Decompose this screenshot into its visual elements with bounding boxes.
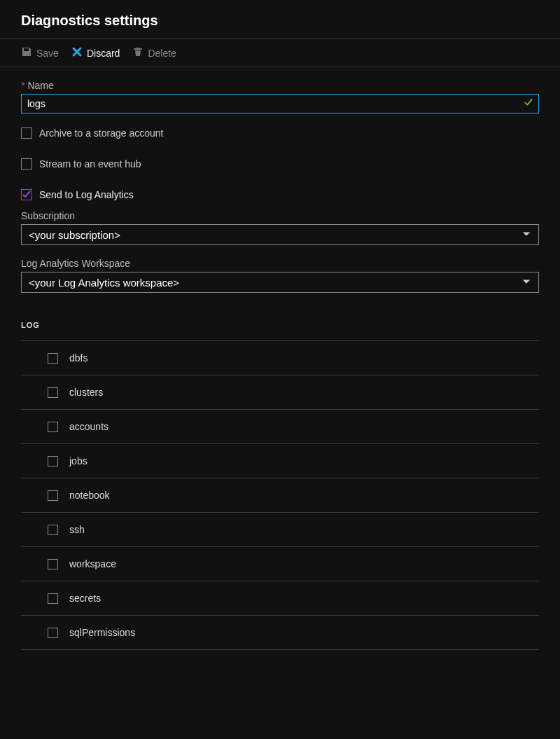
log-label: secrets bbox=[69, 593, 101, 604]
name-label-text: Name bbox=[27, 80, 53, 91]
panel-header: Diagnostics settings bbox=[0, 0, 560, 39]
subscription-select[interactable]: <your subscription> bbox=[21, 224, 539, 245]
discard-label: Discard bbox=[87, 48, 120, 59]
log-section-heading: LOG bbox=[21, 321, 539, 329]
archive-label: Archive to a storage account bbox=[39, 127, 163, 139]
log-row[interactable]: dbfs bbox=[21, 341, 539, 375]
log-row[interactable]: workspace bbox=[21, 547, 539, 581]
archive-option[interactable]: Archive to a storage account bbox=[21, 127, 539, 139]
toolbar: Save Discard Delete bbox=[0, 39, 560, 67]
save-icon bbox=[21, 46, 32, 60]
log-checkbox[interactable] bbox=[48, 628, 58, 638]
chevron-down-icon bbox=[522, 277, 531, 289]
log-analytics-checkbox[interactable] bbox=[21, 189, 32, 200]
log-label: dbfs bbox=[69, 352, 88, 364]
save-label: Save bbox=[36, 48, 59, 59]
log-checkbox[interactable] bbox=[48, 525, 58, 535]
workspace-value: <your Log Analytics workspace> bbox=[29, 277, 179, 289]
log-label: sqlPermissions bbox=[69, 627, 135, 638]
log-label: workspace bbox=[69, 558, 116, 569]
name-field: * Name bbox=[21, 80, 539, 113]
log-checkbox[interactable] bbox=[48, 422, 58, 432]
log-checkbox[interactable] bbox=[48, 456, 58, 467]
log-label: notebook bbox=[69, 490, 110, 501]
delete-icon bbox=[132, 46, 144, 60]
log-label: accounts bbox=[69, 421, 108, 432]
delete-button[interactable]: Delete bbox=[132, 46, 176, 60]
log-row[interactable]: secrets bbox=[21, 581, 539, 616]
stream-option[interactable]: Stream to an event hub bbox=[21, 158, 539, 170]
log-analytics-label: Send to Log Analytics bbox=[39, 189, 134, 200]
content-area: * Name Archive to a storage account Stre… bbox=[0, 67, 560, 650]
name-label: * Name bbox=[21, 80, 539, 91]
name-input[interactable] bbox=[21, 94, 539, 113]
log-checkbox[interactable] bbox=[48, 387, 58, 398]
log-checkbox[interactable] bbox=[48, 353, 58, 364]
stream-checkbox[interactable] bbox=[21, 158, 32, 170]
required-indicator: * bbox=[21, 80, 24, 91]
subscription-value: <your subscription> bbox=[29, 229, 120, 241]
save-button[interactable]: Save bbox=[21, 46, 59, 60]
name-input-wrap bbox=[21, 94, 539, 113]
log-label: jobs bbox=[69, 455, 88, 467]
chevron-down-icon bbox=[522, 229, 531, 241]
delete-label: Delete bbox=[148, 48, 176, 59]
log-row[interactable]: sqlPermissions bbox=[21, 616, 539, 650]
log-analytics-option[interactable]: Send to Log Analytics bbox=[21, 189, 539, 200]
stream-label: Stream to an event hub bbox=[39, 158, 141, 170]
archive-checkbox[interactable] bbox=[21, 127, 32, 139]
log-row[interactable]: clusters bbox=[21, 375, 539, 410]
workspace-label: Log Analytics Workspace bbox=[21, 258, 539, 269]
log-checkbox[interactable] bbox=[48, 593, 58, 604]
log-row[interactable]: jobs bbox=[21, 444, 539, 478]
log-analytics-subsection: Subscription <your subscription> Log Ana… bbox=[21, 210, 539, 293]
log-checkbox[interactable] bbox=[48, 559, 58, 569]
log-label: ssh bbox=[69, 524, 85, 535]
log-row[interactable]: accounts bbox=[21, 410, 539, 444]
log-list: dbfs clusters accounts jobs notebook ssh… bbox=[21, 340, 539, 650]
discard-icon bbox=[71, 46, 83, 60]
subscription-label: Subscription bbox=[21, 210, 539, 221]
discard-button[interactable]: Discard bbox=[71, 46, 120, 60]
log-row[interactable]: notebook bbox=[21, 478, 539, 513]
page-title: Diagnostics settings bbox=[21, 13, 539, 29]
log-checkbox[interactable] bbox=[48, 490, 58, 501]
log-row[interactable]: ssh bbox=[21, 513, 539, 547]
workspace-select[interactable]: <your Log Analytics workspace> bbox=[21, 272, 539, 293]
log-label: clusters bbox=[69, 387, 103, 398]
